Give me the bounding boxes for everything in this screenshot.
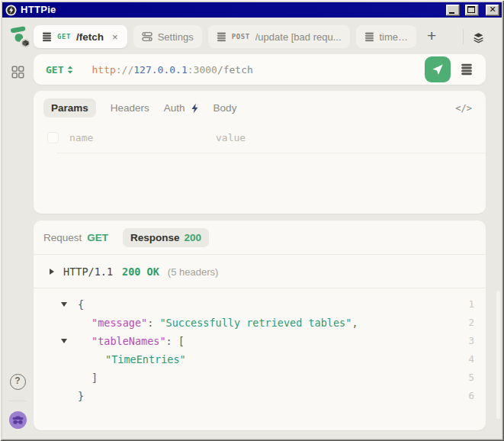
url-separator: :// bbox=[116, 64, 133, 76]
param-name-input[interactable] bbox=[69, 132, 216, 143]
response-status-badge: 200 bbox=[185, 232, 202, 243]
url-path: /fetch bbox=[217, 64, 253, 76]
url-host: 127.0.0.1 bbox=[133, 64, 187, 76]
bolt-icon bbox=[191, 103, 199, 114]
tab-response-view[interactable]: Response 200 bbox=[123, 228, 209, 247]
request-pane-tabs: Params Headers Auth Body </> bbox=[34, 91, 486, 124]
response-body-json: { 1 "message": "Successfully retrieved t… bbox=[34, 288, 486, 430]
app-content: ? bbox=[2, 18, 502, 439]
send-button[interactable] bbox=[425, 56, 451, 82]
user-avatar[interactable] bbox=[9, 411, 27, 429]
collapse-caret-icon[interactable] bbox=[50, 269, 54, 275]
window-title: HTTPie bbox=[21, 4, 441, 16]
tab-update[interactable]: POST /update [bad requ... bbox=[208, 25, 350, 48]
tab-request-view[interactable]: Request GET bbox=[43, 232, 108, 243]
scrollbar-thumb[interactable] bbox=[496, 291, 500, 419]
tab-auth[interactable]: Auth bbox=[164, 102, 199, 114]
line-number: 6 bbox=[468, 387, 474, 405]
collapse-caret-icon[interactable] bbox=[61, 302, 67, 307]
request-tab-bar: GET /fetch × Settings bbox=[34, 23, 486, 50]
help-button[interactable]: ? bbox=[10, 374, 26, 390]
maximize-icon bbox=[467, 6, 475, 13]
json-string-value: "Successfully retrieved tables" bbox=[159, 317, 352, 329]
json-key: "tableNames" bbox=[91, 335, 166, 347]
line-number: 3 bbox=[468, 332, 474, 350]
request-view-method: GET bbox=[87, 232, 108, 243]
line-number: 2 bbox=[468, 314, 474, 332]
cube-icon bbox=[22, 40, 29, 47]
tabs-overview-layers-icon[interactable] bbox=[471, 30, 486, 44]
json-close-brace: } bbox=[69, 387, 84, 405]
line-number: 4 bbox=[468, 350, 474, 369]
tab-headers[interactable]: Headers bbox=[111, 102, 149, 114]
sort-arrows-icon bbox=[67, 66, 73, 74]
response-status-line[interactable]: HTTP/1.1 200 OK (5 headers) bbox=[34, 255, 486, 288]
url-scheme: http bbox=[91, 64, 115, 76]
close-icon: ✕ bbox=[486, 5, 499, 16]
request-panel: Params Headers Auth Body </> bbox=[34, 91, 486, 214]
json-open-brace: { bbox=[69, 295, 84, 314]
request-view-label: Request bbox=[43, 232, 82, 243]
tab-label: Settings bbox=[158, 31, 194, 43]
tab-method-badge: POST bbox=[232, 33, 250, 40]
tab-auth-label: Auth bbox=[164, 102, 185, 114]
workspace-badge[interactable] bbox=[20, 37, 31, 49]
apps-grid-icon[interactable] bbox=[11, 66, 24, 79]
json-close-bracket: ] bbox=[69, 369, 98, 387]
httpie-logo[interactable] bbox=[8, 24, 28, 47]
sidebar: ? bbox=[2, 18, 33, 439]
maximize-button[interactable] bbox=[465, 5, 479, 16]
param-enabled-checkbox[interactable] bbox=[47, 132, 59, 143]
tab-close-icon[interactable]: × bbox=[111, 31, 119, 43]
new-tab-button[interactable]: + bbox=[422, 27, 441, 47]
url-port: :3000 bbox=[188, 64, 217, 76]
code-view-toggle[interactable]: </> bbox=[455, 103, 475, 114]
tab-label: /fetch bbox=[76, 31, 104, 43]
tab-fetch[interactable]: GET /fetch × bbox=[34, 25, 127, 48]
param-value-input[interactable] bbox=[216, 132, 474, 143]
main-column: GET /fetch × Settings bbox=[33, 18, 502, 439]
headers-count: (5 headers) bbox=[168, 266, 218, 278]
json-line: "message": "Successfully retrieved table… bbox=[34, 314, 486, 332]
json-line: { 1 bbox=[34, 295, 486, 314]
requests-stack-icon bbox=[364, 32, 374, 42]
requests-stack-icon bbox=[217, 32, 226, 42]
response-pane-tabs: Request GET Response 200 bbox=[34, 220, 486, 254]
minimize-icon bbox=[449, 12, 454, 14]
close-button[interactable]: ✕ bbox=[486, 5, 499, 16]
titlebar[interactable]: HTTPie ✕ bbox=[2, 2, 502, 18]
tab-body[interactable]: Body bbox=[213, 102, 237, 114]
tab-settings[interactable]: Settings bbox=[133, 25, 202, 48]
settings-sliders-icon bbox=[142, 31, 152, 42]
response-panel: Request GET Response 200 HTTP/1.1 200 OK bbox=[34, 220, 486, 430]
url-bar: GET http://127.0.0.1:3000/fetch bbox=[34, 54, 486, 85]
json-open-bracket: [ bbox=[178, 335, 185, 347]
tabbar-divider bbox=[463, 29, 464, 44]
param-row-divider bbox=[56, 153, 486, 153]
tab-label: /update [bad requ... bbox=[255, 31, 342, 43]
json-line: "tableNames": [ 3 bbox=[34, 332, 486, 350]
json-string-value: "TimeEntries" bbox=[69, 350, 186, 369]
http-status: 200 OK bbox=[122, 266, 159, 278]
http-protocol: HTTP/1.1 bbox=[63, 266, 113, 278]
method-value: GET bbox=[46, 64, 63, 76]
json-key: "message" bbox=[91, 317, 147, 329]
saved-requests-stack-icon[interactable] bbox=[461, 63, 473, 76]
line-number: 5 bbox=[468, 369, 474, 387]
tab-params[interactable]: Params bbox=[43, 98, 96, 117]
collapse-caret-icon[interactable] bbox=[61, 339, 67, 343]
json-line: ] 5 bbox=[34, 369, 486, 387]
requests-stack-icon bbox=[42, 32, 52, 42]
minimize-button[interactable] bbox=[446, 5, 460, 16]
url-input[interactable]: http://127.0.0.1:3000/fetch bbox=[91, 64, 252, 76]
response-view-label: Response bbox=[130, 232, 180, 243]
tab-method-badge: GET bbox=[57, 33, 71, 40]
line-number: 1 bbox=[468, 295, 474, 314]
json-line: "TimeEntries" 4 bbox=[34, 350, 486, 369]
json-colon: : bbox=[166, 335, 178, 347]
tab-time[interactable]: time… bbox=[356, 25, 417, 48]
sidebar-divider bbox=[8, 401, 27, 401]
json-line: } 6 bbox=[34, 387, 486, 405]
method-selector[interactable]: GET bbox=[46, 64, 73, 76]
paper-plane-icon bbox=[431, 63, 445, 76]
